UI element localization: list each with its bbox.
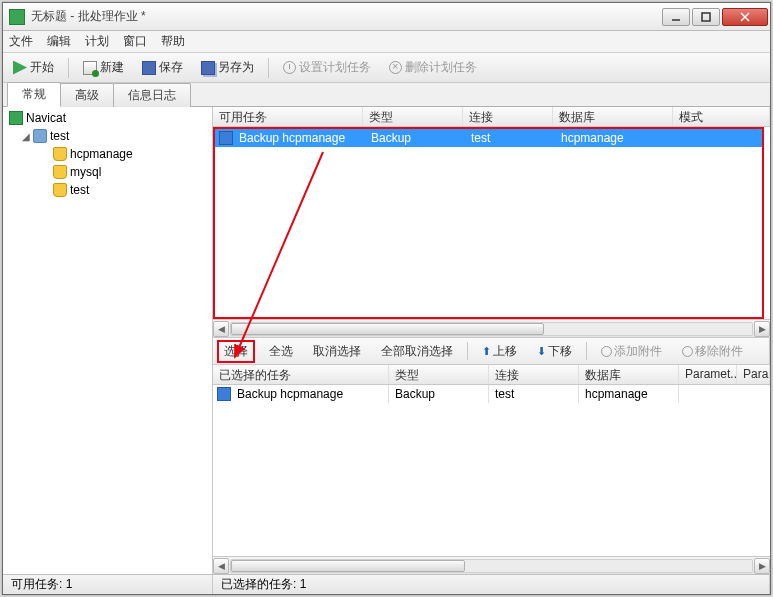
cell-db: hcpmanage	[555, 129, 675, 147]
cell-conn: test	[465, 129, 555, 147]
col-conn[interactable]: 连接	[489, 365, 579, 384]
status-selected: 已选择的任务: 1	[213, 575, 770, 594]
col-type[interactable]: 类型	[363, 107, 463, 126]
clock-icon	[283, 61, 296, 74]
set-schedule-button[interactable]: 设置计划任务	[279, 57, 375, 78]
start-button[interactable]: 开始	[9, 57, 58, 78]
menu-edit[interactable]: 编辑	[47, 33, 71, 50]
tab-log[interactable]: 信息日志	[113, 83, 191, 107]
cell-mode	[675, 136, 762, 140]
col-type[interactable]: 类型	[389, 365, 489, 384]
delete-icon	[389, 61, 402, 74]
menu-help[interactable]: 帮助	[161, 33, 185, 50]
toolbar-separator	[68, 58, 69, 78]
statusbar: 可用任务: 1 已选择的任务: 1	[3, 574, 770, 594]
remove-attachment-button[interactable]: 移除附件	[676, 341, 749, 362]
tree-connection[interactable]: ◢ test	[5, 127, 210, 145]
scroll-thumb[interactable]	[231, 323, 544, 335]
col-mode[interactable]: 模式	[673, 107, 770, 126]
separator	[467, 342, 468, 360]
cell-db: hcpmanage	[579, 385, 679, 403]
tab-advanced[interactable]: 高级	[60, 83, 114, 107]
cell-task: Backup hcpmanage	[233, 129, 365, 147]
table-row[interactable]: Backup hcpmanage Backup test hcpmanage	[215, 129, 762, 147]
tabs: 常规 高级 信息日志	[3, 83, 770, 107]
available-header: 可用任务 类型 连接 数据库 模式	[213, 107, 770, 127]
save-button[interactable]: 保存	[138, 57, 187, 78]
col-task[interactable]: 已选择的任务	[213, 365, 389, 384]
scroll-right-icon[interactable]: ▶	[754, 558, 770, 574]
available-hscrollbar[interactable]: ◀ ▶	[213, 319, 770, 337]
tab-general[interactable]: 常规	[7, 82, 61, 107]
col-db[interactable]: 数据库	[553, 107, 673, 126]
saveas-icon	[201, 61, 215, 75]
move-up-button[interactable]: ⬆上移	[476, 341, 523, 362]
attachment-icon	[601, 346, 612, 357]
connection-icon	[33, 129, 47, 143]
menu-plan[interactable]: 计划	[85, 33, 109, 50]
arrow-down-icon: ⬇	[537, 345, 546, 358]
arrow-up-icon: ⬆	[482, 345, 491, 358]
collapse-icon[interactable]: ◢	[21, 132, 30, 141]
deselect-all-button[interactable]: 全部取消选择	[375, 341, 459, 362]
scroll-thumb[interactable]	[231, 560, 465, 572]
close-button[interactable]	[722, 8, 768, 26]
backup-icon	[219, 131, 233, 145]
menu-window[interactable]: 窗口	[123, 33, 147, 50]
backup-icon	[217, 387, 231, 401]
svg-rect-1	[702, 13, 710, 21]
separator	[586, 342, 587, 360]
tree-db[interactable]: test	[5, 181, 210, 199]
add-attachment-button[interactable]: 添加附件	[595, 341, 668, 362]
available-tasks-list[interactable]: Backup hcpmanage Backup test hcpmanage	[215, 129, 762, 317]
selected-panel: 已选择的任务 类型 连接 数据库 Paramet... Para Backup …	[213, 365, 770, 574]
col-para2[interactable]: Para	[737, 365, 770, 384]
attachment-remove-icon	[682, 346, 693, 357]
scroll-left-icon[interactable]: ◀	[213, 321, 229, 337]
window-buttons	[662, 8, 768, 26]
database-icon	[53, 183, 67, 197]
scroll-right-icon[interactable]: ▶	[754, 321, 770, 337]
saveas-button[interactable]: 另存为	[197, 57, 258, 78]
selected-header: 已选择的任务 类型 连接 数据库 Paramet... Para	[213, 365, 770, 385]
selected-tasks-list[interactable]: Backup hcpmanage Backup test hcpmanage	[213, 385, 770, 556]
cell-type: Backup	[389, 385, 489, 403]
selected-hscrollbar[interactable]: ◀ ▶	[213, 556, 770, 574]
toolbar: 开始 新建 保存 另存为 设置计划任务 删除计划任务	[3, 53, 770, 83]
new-button[interactable]: 新建	[79, 57, 128, 78]
col-task[interactable]: 可用任务	[213, 107, 363, 126]
scroll-track[interactable]	[230, 322, 753, 336]
col-param[interactable]: Paramet...	[679, 365, 737, 384]
menu-file[interactable]: 文件	[9, 33, 33, 50]
tree-db[interactable]: hcpmanage	[5, 145, 210, 163]
new-icon	[83, 61, 97, 75]
sidebar-tree[interactable]: Navicat ◢ test hcpmanage mysql test	[3, 107, 213, 574]
scroll-track[interactable]	[230, 559, 753, 573]
col-db[interactable]: 数据库	[579, 365, 679, 384]
select-button[interactable]: 选择	[217, 340, 255, 363]
move-down-button[interactable]: ⬇下移	[531, 341, 578, 362]
save-icon	[142, 61, 156, 75]
select-all-button[interactable]: 全选	[263, 341, 299, 362]
minimize-button[interactable]	[662, 8, 690, 26]
table-row[interactable]: Backup hcpmanage Backup test hcpmanage	[213, 385, 770, 403]
deselect-button[interactable]: 取消选择	[307, 341, 367, 362]
delete-schedule-button[interactable]: 删除计划任务	[385, 57, 481, 78]
maximize-button[interactable]	[692, 8, 720, 26]
cell-task: Backup hcpmanage	[231, 385, 389, 403]
tree-root[interactable]: Navicat	[5, 109, 210, 127]
available-tasks-highlight: Backup hcpmanage Backup test hcpmanage	[213, 127, 764, 319]
action-bar: 选择 全选 取消选择 全部取消选择 ⬆上移 ⬇下移 添加附件 移除附件	[213, 337, 770, 365]
tree-db[interactable]: mysql	[5, 163, 210, 181]
main-panel: 可用任务 类型 连接 数据库 模式 Backup hcpmanage Backu…	[213, 107, 770, 574]
database-icon	[53, 165, 67, 179]
col-conn[interactable]: 连接	[463, 107, 553, 126]
play-icon	[13, 61, 27, 75]
database-icon	[53, 147, 67, 161]
status-available: 可用任务: 1	[3, 575, 213, 594]
window-title: 无标题 - 批处理作业 *	[29, 8, 662, 25]
cell-conn: test	[489, 385, 579, 403]
scroll-left-icon[interactable]: ◀	[213, 558, 229, 574]
navicat-icon	[9, 111, 23, 125]
body: Navicat ◢ test hcpmanage mysql test	[3, 107, 770, 574]
